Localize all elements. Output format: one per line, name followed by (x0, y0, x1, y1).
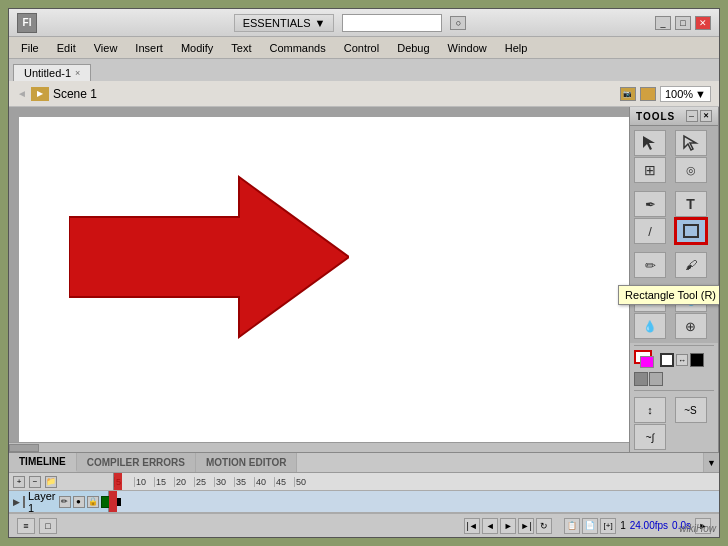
tools-collapse-btn[interactable]: ─ (686, 110, 698, 122)
menu-edit[interactable]: Edit (49, 40, 84, 56)
color-btn-2[interactable] (649, 372, 663, 386)
workspace-selector[interactable]: ESSENTIALS ▼ (234, 14, 335, 32)
black-white-btn[interactable] (690, 353, 704, 367)
status-btn-1[interactable]: ≡ (17, 518, 35, 534)
playhead-ruler (114, 473, 122, 490)
snap-icon (640, 87, 656, 101)
pen-tool-btn[interactable]: ✒ (634, 191, 666, 217)
tab-untitled1[interactable]: Untitled-1 × (13, 64, 91, 81)
tab-label: Untitled-1 (24, 67, 71, 79)
straighten-btn[interactable]: ~∫ (634, 424, 666, 450)
zoom-dropdown-icon[interactable]: ▼ (695, 88, 706, 100)
ruler-10: 10 (134, 477, 154, 487)
scene-header: ◄ ▶ Scene 1 📷 100% ▼ (9, 81, 719, 107)
window-controls: _ □ ✕ (655, 16, 711, 30)
ruler-45: 45 (274, 477, 294, 487)
step-back-btn[interactable]: ◄ (482, 518, 498, 534)
menu-help[interactable]: Help (497, 40, 536, 56)
subselection-tool-btn[interactable] (675, 130, 707, 156)
menu-insert[interactable]: Insert (127, 40, 171, 56)
paste-frames-btn[interactable]: 📄 (582, 518, 598, 534)
rectangle-tool-tooltip: Rectangle Tool (R) (618, 285, 719, 305)
ruler-50: 50 (294, 477, 314, 487)
tools-header: TOOLS ─ ✕ (630, 107, 718, 126)
app-logo: Fl (17, 13, 37, 33)
title-bar: Fl ESSENTIALS ▼ ○ _ □ ✕ (9, 9, 719, 37)
zoom-control[interactable]: 100% ▼ (660, 86, 711, 102)
ruler-40: 40 (254, 477, 274, 487)
search-go-btn[interactable]: ○ (450, 16, 466, 30)
pencil-tool-btn[interactable]: ✏ (634, 252, 666, 278)
menu-view[interactable]: View (86, 40, 126, 56)
menu-window[interactable]: Window (440, 40, 495, 56)
tools-header-controls: ─ ✕ (686, 110, 712, 122)
minimize-btn[interactable]: _ (655, 16, 671, 30)
timeline-layer-controls: + − 📁 (9, 473, 114, 490)
tools-panel: TOOLS ─ ✕ ⊞ ◎ (629, 107, 719, 452)
no-color-btn[interactable] (660, 353, 674, 367)
new-folder-btn[interactable]: 📁 (45, 476, 57, 488)
delete-layer-btn[interactable]: − (29, 476, 41, 488)
brush-tool-btn[interactable]: 🖌 (675, 252, 707, 278)
tab-bar: Untitled-1 × (9, 59, 719, 81)
layer-pencil-btn[interactable]: ✏ (59, 496, 71, 508)
playback-controls: |◄ ◄ ► ►| ↻ (464, 518, 552, 534)
layer-lock-btn[interactable]: 🔒 (87, 496, 99, 508)
swap-colors-btn[interactable]: ↔ (676, 354, 688, 366)
loop-btn[interactable]: ↻ (536, 518, 552, 534)
text-tool-btn[interactable]: T (675, 191, 707, 217)
svg-rect-3 (684, 225, 698, 237)
eyedropper-btn[interactable]: 💧 (634, 313, 666, 339)
h-scroll-thumb[interactable] (9, 444, 39, 452)
add-frame-btn[interactable]: [+] (600, 518, 616, 534)
tools-extra: ↕ ~S ~∫ (630, 393, 718, 452)
search-input[interactable] (342, 14, 442, 32)
snap-tool-btn[interactable]: ↕ (634, 397, 666, 423)
keyframe-dot (117, 498, 121, 506)
layer-frames[interactable] (109, 491, 719, 512)
menu-text[interactable]: Text (223, 40, 259, 56)
menu-modify[interactable]: Modify (173, 40, 221, 56)
add-layer-btn[interactable]: + (13, 476, 25, 488)
step-forward-btn[interactable]: ►| (518, 518, 534, 534)
layer-expand-icon: ▶ (13, 497, 20, 507)
menu-debug[interactable]: Debug (389, 40, 437, 56)
workspace-dropdown-icon[interactable]: ▼ (314, 17, 325, 29)
frame-number: 1 (620, 520, 626, 531)
tools-divider-2 (634, 390, 714, 391)
tab-close-btn[interactable]: × (75, 68, 80, 78)
lasso-tool-btn[interactable]: ◎ (675, 157, 707, 183)
tools-grid-row2: ✒ T / (630, 187, 718, 248)
h-scrollbar[interactable] (9, 442, 629, 452)
status-btn-2[interactable]: □ (39, 518, 57, 534)
selection-tool-btn[interactable] (634, 130, 666, 156)
rectangle-tool-btn[interactable] (675, 218, 707, 244)
fps-display: 24.00fps (630, 520, 668, 531)
scene-header-right: 📷 100% ▼ (620, 86, 711, 102)
fps-value: 24.00fps (630, 520, 668, 531)
close-btn[interactable]: ✕ (695, 16, 711, 30)
smooth-btn[interactable]: ~S (675, 397, 707, 423)
tools-grid-row3: ✏ 🖌 (630, 248, 718, 282)
back-arrow-icon: ◄ (17, 88, 27, 99)
go-to-start-btn[interactable]: |◄ (464, 518, 480, 534)
canvas-area: TOOLS ─ ✕ ⊞ ◎ (9, 107, 719, 452)
play-btn[interactable]: ► (500, 518, 516, 534)
copy-frames-btn[interactable]: 📋 (564, 518, 580, 534)
svg-marker-2 (684, 136, 696, 150)
color-btn-1[interactable] (634, 372, 648, 386)
tab-compiler-errors[interactable]: COMPILER ERRORS (77, 453, 196, 472)
menu-control[interactable]: Control (336, 40, 387, 56)
timeline-menu-btn[interactable]: ▼ (703, 453, 719, 472)
maximize-btn[interactable]: □ (675, 16, 691, 30)
line-tool-btn[interactable]: / (634, 218, 666, 244)
menu-file[interactable]: File (13, 40, 47, 56)
menu-commands[interactable]: Commands (261, 40, 333, 56)
tools-close-btn[interactable]: ✕ (700, 110, 712, 122)
stroke-color-area[interactable] (634, 350, 658, 370)
tab-timeline[interactable]: TIMELINE (9, 453, 77, 472)
zoom-tool-btn[interactable]: ⊕ (675, 313, 707, 339)
layer-eye-btn[interactable]: ● (73, 496, 85, 508)
transform-tool-btn[interactable]: ⊞ (634, 157, 666, 183)
tab-motion-editor[interactable]: MOTION EDITOR (196, 453, 297, 472)
